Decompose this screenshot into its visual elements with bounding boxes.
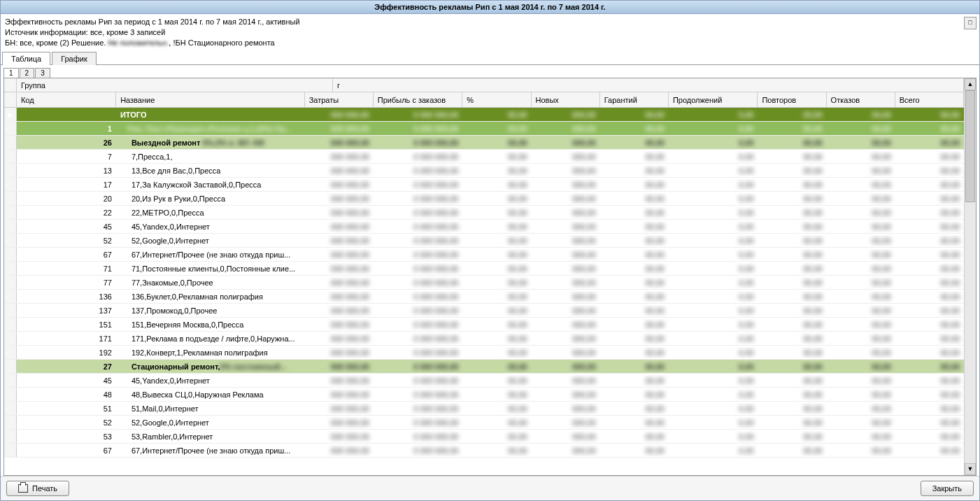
band-g[interactable]: г <box>333 78 964 92</box>
table-row[interactable]: 5252,Google,0,Интернет000 000,000 000 00… <box>4 234 964 248</box>
cell-name: 51,Mail,0,Интернет <box>116 403 305 414</box>
col-ref[interactable]: Отказов <box>827 92 895 107</box>
cell-value: 00,00 <box>462 179 531 190</box>
col-name[interactable]: Название <box>116 92 305 107</box>
cell-value: 00,00 <box>895 207 964 218</box>
col-cost[interactable]: Затраты <box>305 92 374 107</box>
tab-chart[interactable]: График <box>52 52 97 65</box>
col-profit[interactable]: Прибыль с заказов <box>374 92 463 107</box>
band-group[interactable]: Группа <box>17 78 333 92</box>
row-marker <box>4 220 17 233</box>
cell-value: 00,00 <box>600 319 669 330</box>
table-row[interactable]: 6767,Интернет/Прочее (не знаю откуда при… <box>4 444 964 458</box>
subtab-2[interactable]: 2 <box>20 68 35 78</box>
table-row[interactable]: 2222,МЕТРО,0,Пресса000 000,000 000 000,0… <box>4 206 964 220</box>
table-row[interactable]: 5353,Rambler,0,Интернет000 000,000 000 0… <box>4 430 964 444</box>
cell-name: 137,Промокод,0,Прочее <box>116 305 305 316</box>
table-row[interactable]: 1313,Все для Вас,0,Пресса000 000,000 000… <box>4 164 964 178</box>
col-warr[interactable]: Гарантий <box>600 92 669 107</box>
main-tabs: Таблица График <box>1 51 979 65</box>
row-marker <box>4 122 17 135</box>
table-row[interactable]: 2020,Из Рук в Руки,0,Пресса000 000,000 0… <box>4 192 964 206</box>
cell-name: 52,Google,0,Интернет <box>116 417 305 428</box>
cell-value: 00,00 <box>600 137 669 148</box>
cell-value: 00,00 <box>758 291 827 302</box>
cell-value: 000,00 <box>532 277 600 288</box>
col-pct[interactable]: % <box>462 92 531 107</box>
table-row[interactable]: 7171,Постоянные клиенты,0,Постоянные кли… <box>4 262 964 276</box>
cell-value: 00,00 <box>827 403 895 414</box>
vertical-scrollbar[interactable]: ▲ ▼ <box>964 78 976 475</box>
table-row[interactable]: 5151,Mail,0,Интернет000 000,000 000 000,… <box>4 402 964 416</box>
cell-value: 0 000 000,00 <box>374 221 463 232</box>
col-cont[interactable]: Продолжений <box>669 92 758 107</box>
table-row[interactable]: 137137,Промокод,0,Прочее000 000,000 000 … <box>4 304 964 318</box>
cell-value: 000,00 <box>532 235 600 246</box>
tab-table[interactable]: Таблица <box>2 52 50 65</box>
cell-code: 45 <box>17 221 116 232</box>
table-row[interactable]: 5252,Google,0,Интернет000 000,000 000 00… <box>4 416 964 430</box>
table-row[interactable]: 136136,Буклет,0,Рекламная полиграфия000 … <box>4 290 964 304</box>
table-row[interactable]: 27Стационарный ремонт,0% постоянный...00… <box>4 360 964 374</box>
subtab-3[interactable]: 3 <box>35 68 50 78</box>
table-row[interactable]: 4848,Вывеска СЦ,0,Наружная Реклама000 00… <box>4 388 964 402</box>
cell-value: 000,00 <box>532 193 600 204</box>
cell-value: 00,00 <box>827 277 895 288</box>
cell-value: 00,00 <box>827 221 895 232</box>
cell-value: 00,00 <box>600 109 669 120</box>
table-row[interactable]: ▶ИТОГО000 000,000 000 000,0000,00000,000… <box>4 108 964 122</box>
subtab-1[interactable]: 1 <box>3 68 19 78</box>
cell-value: 000,00 <box>532 165 600 176</box>
cell-value: 000 000,00 <box>305 123 374 134</box>
cell-value: 00,00 <box>895 221 964 232</box>
cell-value: 00,00 <box>895 375 964 386</box>
cell-value: 000,00 <box>532 249 600 260</box>
table-row[interactable]: 1717,За Калужской Заставой,0,Пресса000 0… <box>4 178 964 192</box>
cell-value: 0 000 000,00 <box>374 123 463 134</box>
col-code[interactable]: Код <box>17 92 116 107</box>
table-row[interactable]: 192192,Конверт,1,Рекламная полиграфия000… <box>4 346 964 360</box>
table-row[interactable]: 1Рип. Пост./Периодич./Разовая ц.1,(0%) П… <box>4 122 964 136</box>
cell-value: 00,00 <box>462 137 531 148</box>
maximize-icon[interactable]: □ <box>964 17 977 29</box>
cell-value: 00,00 <box>758 249 827 260</box>
cell-value: 000 000,00 <box>305 179 374 190</box>
cell-value: 00,00 <box>758 417 827 428</box>
table-row[interactable]: 26Выездной ремонт 0%,0% и. ВЛ. КМ000 000… <box>4 136 964 150</box>
cell-value: 00,00 <box>462 417 531 428</box>
cell-value: 00,00 <box>827 151 895 162</box>
cell-name: 17,За Калужской Заставой,0,Пресса <box>116 179 305 190</box>
table-row[interactable]: 7777,Знакомые,0,Прочее000 000,000 000 00… <box>4 276 964 290</box>
cell-value: 00,00 <box>895 263 964 274</box>
cell-value: 000 000,00 <box>305 361 374 372</box>
cell-value: 00,00 <box>462 445 531 456</box>
table-row[interactable]: 4545,Yandex,0,Интернет000 000,000 000 00… <box>4 220 964 234</box>
cell-value: 00,00 <box>758 165 827 176</box>
cell-value: 00,00 <box>758 151 827 162</box>
cell-value: 0,00 <box>669 151 758 162</box>
cell-value: 0 000 000,00 <box>374 179 463 190</box>
table-row[interactable]: 171171,Реклама в подъезде / лифте,0,Нару… <box>4 332 964 346</box>
cell-value: 0 000 000,00 <box>374 249 463 260</box>
cell-name: 171,Реклама в подъезде / лифте,0,Наружна… <box>116 333 305 344</box>
cell-value: 000,00 <box>532 389 600 400</box>
col-total[interactable]: Всего <box>895 92 964 107</box>
col-new[interactable]: Новых <box>532 92 600 107</box>
cell-value: 00,00 <box>895 235 964 246</box>
table-row[interactable]: 77,Пресса,1,000 000,000 000 000,0000,000… <box>4 150 964 164</box>
table-row[interactable]: 4545,Yandex,0,Интернет000 000,000 000 00… <box>4 374 964 388</box>
col-rep[interactable]: Повторов <box>758 92 826 107</box>
cell-value: 00,00 <box>827 305 895 316</box>
print-button[interactable]: Печать <box>6 481 69 496</box>
cell-value: 000 000,00 <box>305 347 374 358</box>
table-row[interactable]: 151151,Вечерняя Москва,0,Пресса000 000,0… <box>4 318 964 332</box>
info-line-2: Источник информации: все, кроме 3 записе… <box>5 27 975 38</box>
cell-value: 000 000,00 <box>305 193 374 204</box>
cell-value: 00,00 <box>895 193 964 204</box>
close-button[interactable]: Закрыть <box>921 481 974 496</box>
cell-value: 00,00 <box>758 375 827 386</box>
scroll-up-icon[interactable]: ▲ <box>965 78 976 90</box>
table-row[interactable]: 6767,Интернет/Прочее (не знаю откуда при… <box>4 248 964 262</box>
cell-value: 00,00 <box>462 123 531 134</box>
scroll-down-icon[interactable]: ▼ <box>965 463 976 475</box>
